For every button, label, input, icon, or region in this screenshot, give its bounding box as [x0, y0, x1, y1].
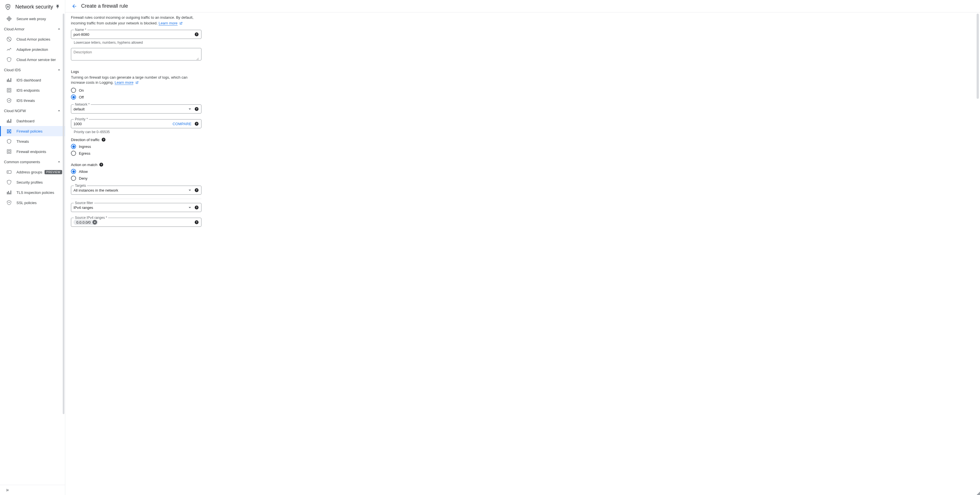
endpoints-icon — [6, 88, 12, 93]
svg-text:?: ? — [100, 164, 102, 166]
name-input[interactable] — [73, 32, 192, 37]
radio-label: Ingress — [79, 145, 91, 149]
svg-rect-13 — [7, 131, 8, 132]
source-filter-label: Source filter — [74, 201, 94, 205]
external-link-icon — [179, 22, 183, 25]
back-button[interactable] — [70, 2, 79, 11]
priority-input[interactable] — [73, 122, 172, 126]
help-icon[interactable]: ? — [194, 107, 199, 111]
name-label: Name * — [74, 28, 88, 32]
action-deny-radio[interactable]: Deny — [71, 175, 202, 181]
action-allow-radio[interactable]: Allow — [71, 168, 202, 175]
sidebar-item-ngfw-dashboard[interactable]: Dashboard — [0, 116, 65, 126]
resize-corner[interactable] — [977, 492, 980, 495]
name-field: Name * ? — [71, 30, 202, 39]
radio-icon — [71, 144, 76, 149]
preview-badge: PREVIEW — [45, 170, 62, 174]
svg-rect-8 — [8, 119, 9, 123]
pin-icon — [55, 5, 60, 9]
threats-icon — [6, 98, 12, 103]
dashboard-icon — [6, 118, 12, 124]
sidebar-group-cloud-armor[interactable]: Cloud Armor — [0, 24, 65, 34]
sidebar-item-address-groups[interactable]: Address groups PREVIEW — [0, 167, 65, 177]
learn-more-link[interactable]: Learn more — [159, 21, 177, 25]
description-field — [71, 48, 202, 60]
svg-rect-20 — [7, 170, 11, 173]
sidebar-item-ngfw-threats[interactable]: Threats — [0, 136, 65, 146]
sidebar-group-cloud-ngfw[interactable]: Cloud NGFW — [0, 106, 65, 116]
sidebar-item-firewall-endpoints[interactable]: Firewall endpoints — [0, 146, 65, 157]
close-icon — [93, 221, 96, 224]
logs-off-radio[interactable]: Off — [71, 94, 202, 100]
tls-icon — [6, 189, 12, 195]
sidebar-group-cloud-ids[interactable]: Cloud IDS — [0, 65, 65, 75]
main: Create a firewall rule Firewall rules co… — [65, 0, 980, 495]
form: Firewall rules control incoming or outgo… — [71, 15, 202, 227]
help-icon[interactable]: ? — [101, 137, 106, 142]
radio-label: Egress — [79, 151, 90, 156]
dashboard-icon — [6, 77, 12, 83]
endpoints-icon — [6, 149, 12, 154]
collapse-icon — [5, 488, 10, 493]
svg-rect-18 — [7, 150, 11, 153]
help-icon[interactable]: ? — [194, 188, 199, 193]
sidebar-item-ids-dashboard[interactable]: IDS dashboard — [0, 75, 65, 85]
direction-egress-radio[interactable]: Egress — [71, 150, 202, 157]
chip-text: 0.0.0.0/0 — [76, 220, 91, 224]
intro-text: Firewall rules control incoming or outgo… — [71, 15, 202, 26]
radio-icon — [71, 169, 76, 174]
sidebar-group-common[interactable]: Common components — [0, 157, 65, 167]
help-icon[interactable]: ? — [194, 205, 199, 210]
chevron-up-icon — [56, 26, 62, 32]
dropdown-icon — [187, 187, 192, 193]
help-icon[interactable]: ? — [99, 162, 103, 167]
radio-label: Deny — [79, 176, 88, 180]
direction-ingress-radio[interactable]: Ingress — [71, 143, 202, 150]
sidebar-item-ids-threats[interactable]: IDS threats — [0, 95, 65, 106]
priority-hint: Priority can be 0–65535 — [74, 130, 202, 134]
svg-text:?: ? — [196, 33, 197, 36]
sidebar-item-label: Security profiles — [16, 180, 43, 185]
sidebar-item-ids-endpoints[interactable]: IDS endpoints — [0, 85, 65, 95]
logs-learn-more-link[interactable]: Learn more — [115, 80, 134, 85]
source-filter-field: Source filter IPv4 ranges ? — [71, 203, 202, 212]
address-icon — [6, 169, 12, 175]
svg-rect-27 — [6, 489, 7, 491]
sidebar-scroll[interactable]: Secure web proxy Cloud Armor Cloud Armor… — [0, 14, 65, 485]
separator — [71, 199, 202, 199]
sidebar-item-tls-policies[interactable]: TLS inspection policies — [0, 187, 65, 197]
sidebar-item-label: Firewall endpoints — [16, 150, 46, 154]
sidebar-item-firewall-policies[interactable]: Firewall policies — [0, 126, 65, 136]
sidebar-item-label: Adaptive protection — [16, 48, 48, 52]
sidebar-item-secure-web-proxy[interactable]: Secure web proxy — [0, 14, 65, 24]
description-input[interactable] — [73, 48, 199, 60]
svg-rect-22 — [7, 192, 8, 194]
help-icon[interactable]: ? — [194, 121, 199, 126]
sidebar-item-service-tier[interactable]: Cloud Armor service tier — [0, 54, 65, 65]
chip-remove-button[interactable] — [92, 220, 97, 224]
sidebar-item-adaptive-protection[interactable]: Adaptive protection — [0, 44, 65, 54]
help-icon[interactable]: ? — [194, 220, 199, 224]
targets-select[interactable]: All instances in the network ? — [71, 186, 202, 195]
firewall-icon — [6, 128, 12, 134]
dropdown-icon — [187, 205, 192, 210]
name-hint: Lowercase letters, numbers, hyphens allo… — [74, 41, 202, 45]
sidebar-item-security-profiles[interactable]: Security profiles — [0, 177, 65, 187]
logs-subtext: Turning on firewall logs can generate a … — [71, 75, 202, 85]
priority-label: Priority * — [74, 117, 89, 121]
sidebar-item-ssl-policies[interactable]: SSL policies — [0, 197, 65, 208]
svg-rect-9 — [10, 121, 10, 123]
logs-on-radio[interactable]: On — [71, 87, 202, 94]
main-scrollbar[interactable] — [977, 14, 980, 494]
sidebar-collapse-button[interactable] — [0, 485, 65, 495]
policies-icon — [6, 36, 12, 42]
ssl-icon — [6, 200, 12, 205]
pin-button[interactable] — [54, 3, 62, 11]
sidebar-scrollbar[interactable] — [62, 14, 65, 485]
sidebar-item-label: SSL policies — [16, 201, 37, 205]
main-scroll[interactable]: Firewall rules control incoming or outgo… — [65, 13, 980, 495]
sidebar-item-cloud-armor-policies[interactable]: Cloud Armor policies — [0, 34, 65, 44]
group-label: Cloud Armor — [4, 27, 56, 31]
help-icon[interactable]: ? — [194, 32, 199, 37]
compare-button[interactable]: COMPARE — [172, 122, 191, 126]
